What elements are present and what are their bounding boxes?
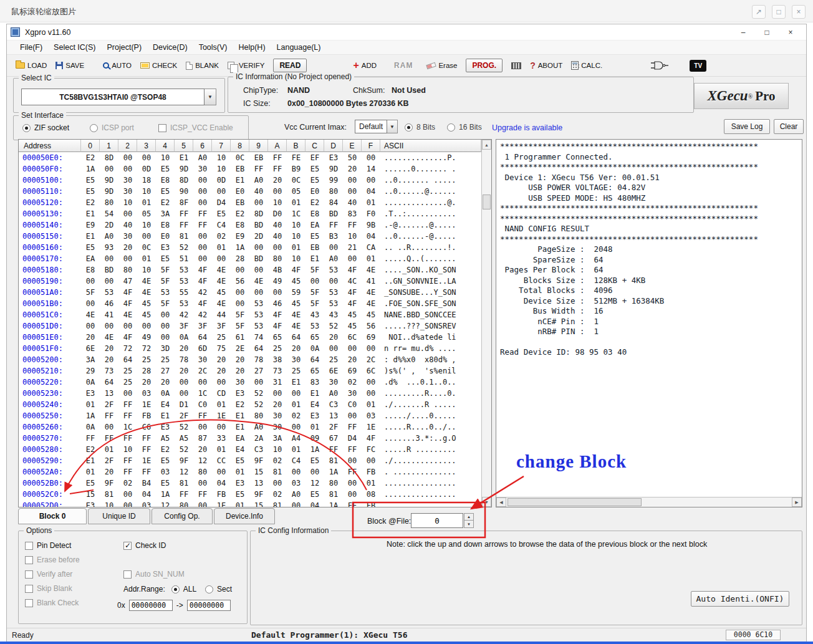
hex-byte-cell[interactable]: FB (362, 468, 380, 476)
hex-byte-cell[interactable]: 1A (156, 490, 175, 499)
hex-byte-cell[interactable]: 00 (249, 378, 268, 387)
hex-byte-cell[interactable]: 01 (362, 479, 380, 488)
hex-byte-cell[interactable]: 03 (362, 411, 380, 420)
hex-byte-cell[interactable]: 80 (193, 468, 212, 476)
hex-byte-cell[interactable]: E2 (81, 198, 100, 207)
hex-byte-cell[interactable]: 04 (362, 232, 380, 241)
hex-byte-cell[interactable]: BD (324, 209, 343, 218)
hex-byte-cell[interactable]: 5F (156, 299, 175, 308)
hex-byte-cell[interactable]: FF (175, 221, 193, 229)
hex-byte-cell[interactable]: 25 (137, 355, 156, 364)
hex-byte-cell[interactable]: 2F (100, 456, 118, 465)
hex-byte-cell[interactable]: 4E (287, 322, 305, 330)
hex-byte-cell[interactable]: 4B (268, 266, 287, 274)
hex-byte-cell[interactable]: 4E (362, 288, 380, 297)
hex-byte-cell[interactable]: 00 (249, 243, 268, 252)
hex-byte-cell[interactable]: E5 (81, 176, 100, 185)
hex-byte-cell[interactable]: 05 (137, 209, 156, 218)
hex-byte-cell[interactable]: 00 (362, 378, 380, 387)
hex-byte-cell[interactable]: 80 (118, 266, 137, 274)
hex-byte-cell[interactable]: 00 (362, 389, 380, 398)
hex-byte-cell[interactable]: 10 (343, 232, 362, 241)
hex-byte-cell[interactable]: A0 (287, 490, 305, 499)
hex-byte-cell[interactable]: 20 (175, 367, 193, 375)
hex-byte-cell[interactable]: E5 (156, 165, 175, 173)
hex-byte-cell[interactable]: 1E (137, 456, 156, 465)
hex-byte-cell[interactable]: 00 (137, 153, 156, 162)
ic-socket-button[interactable] (511, 62, 521, 69)
hex-byte-cell[interactable]: 4F (268, 310, 287, 319)
hex-byte-cell[interactable]: 30 (118, 187, 137, 196)
hex-byte-cell[interactable]: 81 (100, 490, 118, 499)
hex-byte-cell[interactable]: 5F (81, 288, 100, 297)
hex-byte-cell[interactable]: 1E (137, 400, 156, 409)
hex-ascii-cell[interactable]: .....R ......... (380, 445, 481, 454)
scroll-right-icon[interactable]: ▶ (792, 497, 802, 507)
hex-byte-cell[interactable]: 25 (118, 378, 137, 387)
hex-byte-cell[interactable]: D1 (175, 400, 193, 409)
hex-byte-cell[interactable]: 02 (268, 456, 287, 465)
hex-byte-cell[interactable]: 00 (249, 198, 268, 207)
hex-byte-cell[interactable]: 15 (81, 490, 100, 499)
hex-byte-cell[interactable]: 20 (81, 333, 100, 342)
hex-byte-cell[interactable]: 00 (268, 243, 287, 252)
hex-byte-cell[interactable]: FF (175, 490, 193, 499)
hex-byte-cell[interactable]: 00 (324, 277, 343, 286)
hex-byte-cell[interactable]: 83 (305, 378, 324, 387)
block-file-input[interactable] (411, 513, 463, 528)
menu-item-5[interactable]: Help(H) (233, 42, 271, 53)
hex-byte-cell[interactable]: 10 (268, 445, 287, 454)
hex-byte-cell[interactable]: 01 (231, 468, 249, 476)
hex-byte-cell[interactable]: 64 (287, 333, 305, 342)
hex-byte-cell[interactable]: CA (362, 243, 380, 252)
hex-byte-cell[interactable]: 30 (118, 176, 137, 185)
hex-byte-cell[interactable]: 00 (118, 153, 137, 162)
hex-byte-cell[interactable]: 25 (287, 367, 305, 375)
hex-byte-cell[interactable]: 5F (231, 322, 249, 330)
hex-byte-cell[interactable]: 9D (175, 165, 193, 173)
hex-byte-cell[interactable]: 00 (268, 479, 287, 488)
hex-ascii-cell[interactable]: .....Q..(....... (380, 254, 481, 263)
hex-byte-cell[interactable]: 53 (324, 299, 343, 308)
hex-byte-cell[interactable]: 45 (137, 310, 156, 319)
hex-byte-cell[interactable]: E1 (81, 456, 100, 465)
ic-selector[interactable]: TC58BVG1S3HTAI0 @TSOP48 ▼ (21, 89, 216, 105)
hex-ascii-cell[interactable]: ..0......-@..... (380, 232, 481, 241)
hex-byte-cell[interactable]: 15 (249, 501, 268, 507)
hex-byte-cell[interactable]: 20 (287, 344, 305, 353)
hex-byte-cell[interactable]: 4E (212, 299, 231, 308)
hex-byte-cell[interactable]: FF (324, 221, 343, 229)
hex-byte-cell[interactable]: 40 (249, 187, 268, 196)
hex-byte-cell[interactable]: 10 (287, 221, 305, 229)
close-window-icon[interactable]: × (779, 26, 802, 39)
hex-byte-cell[interactable]: 01 (137, 198, 156, 207)
hex-byte-cell[interactable]: C0 (343, 400, 362, 409)
hex-editor[interactable]: Address0123456789ABCDEFASCII 000050E0:E2… (18, 139, 492, 507)
hex-byte-cell[interactable]: A0 (324, 254, 343, 263)
hex-byte-cell[interactable]: 00 (212, 254, 231, 263)
hex-byte-cell[interactable]: 2C (193, 367, 212, 375)
hex-byte-cell[interactable]: 9F (249, 490, 268, 499)
hex-byte-cell[interactable]: EA (305, 221, 324, 229)
hex-byte-cell[interactable]: E5 (81, 243, 100, 252)
hex-byte-cell[interactable]: 3F (212, 322, 231, 330)
scroll-left-icon[interactable]: ◀ (496, 497, 506, 507)
hex-byte-cell[interactable]: A5 (156, 434, 175, 443)
hex-byte-cell[interactable]: 45 (343, 310, 362, 319)
hex-byte-cell[interactable]: 0A (175, 333, 193, 342)
hex-byte-cell[interactable]: 20 (100, 344, 118, 353)
hex-byte-cell[interactable]: 5F (305, 299, 324, 308)
vcc-current-value[interactable]: Default (355, 120, 387, 133)
hex-byte-cell[interactable]: E1 (287, 378, 305, 387)
tab-unique-id[interactable]: Unique ID (88, 508, 150, 524)
icsp-vcc-checkbox[interactable]: ICSP_VCC Enable (158, 123, 233, 132)
skip-blank-checkbox[interactable]: Skip Blank (25, 584, 72, 593)
hex-byte-cell[interactable]: E0 (231, 187, 249, 196)
hex-byte-cell[interactable]: 00 (343, 344, 362, 353)
hex-byte-cell[interactable]: E5 (305, 490, 324, 499)
hex-byte-cell[interactable]: 00 (81, 277, 100, 286)
hex-byte-cell[interactable]: 30 (268, 411, 287, 420)
hex-byte-cell[interactable]: 00 (118, 254, 137, 263)
hex-byte-cell[interactable]: A0 (100, 232, 118, 241)
hex-byte-cell[interactable]: 12 (156, 501, 175, 507)
